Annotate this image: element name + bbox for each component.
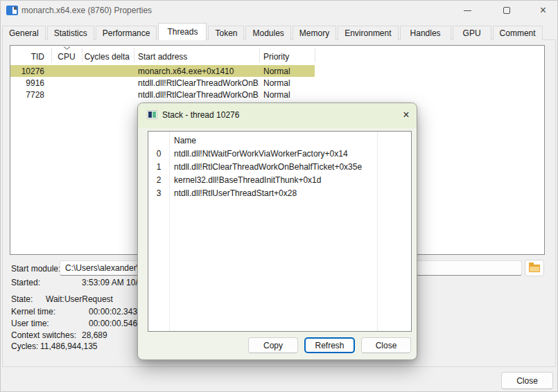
stack-dialog-close-button[interactable]: × [397,106,415,124]
browse-start-module-button[interactable] [525,260,544,276]
column-header-priority[interactable]: Priority [259,50,315,64]
detail-value: 00:00:00.546 [89,319,137,329]
close-window-button[interactable]: × [528,0,558,21]
window-title: monarch.x64.exe (8760) Properties [21,6,152,15]
tab-general[interactable]: General [2,26,46,40]
thread-row-7728[interactable]: 7728 ntdll.dll!RtlClearThreadWorkOnB... … [10,89,544,100]
header-separator [82,48,82,62]
tab-strip: General Statistics Performance Threads T… [2,23,544,40]
title-bar: monarch.x64.exe (8760) Properties × [0,0,558,21]
detail-value: Wait:UserRequest [46,294,113,305]
app-icon [6,6,18,15]
copy-button[interactable]: Copy [248,337,298,353]
stack-frame-row[interactable]: 2 kernel32.dll!BaseThreadInitThunk+0x1d [148,174,411,187]
start-module-label: Start module: [11,264,60,274]
header-separator [51,48,52,62]
threads-list-header: TID CPU Cycles delta Start address Prior… [10,46,544,64]
stack-dialog-icon [147,110,157,119]
header-separator [259,48,260,62]
detail-label: Kernel time: [11,307,55,317]
detail-value: 00:00:02.343 [89,307,137,317]
properties-window: monarch.x64.exe (8760) Properties × Gene… [0,0,558,392]
frame-index: 1 [148,161,169,174]
stack-frame-row[interactable]: 1 ntdll.dll!RtlClearThreadWorkOnBehalfTi… [148,161,411,174]
tab-comment[interactable]: Comment [493,26,543,40]
tab-performance[interactable]: Performance [96,26,157,40]
detail-label: Started: [11,278,40,288]
frame-name: ntdll.dll!RtlClearThreadWorkOnBehalfTick… [174,161,410,174]
tab-modules[interactable]: Modules [245,26,290,40]
stack-dialog: Stack - thread 10276 × Name 0 ntdll.dll!… [137,103,417,360]
column-header-start-address[interactable]: Start address [134,50,259,64]
column-header-name[interactable]: Name [174,134,196,147]
detail-label: User time: [11,319,49,329]
detail-value: 11,486,944,135 [40,341,98,352]
column-header-tid[interactable]: TID [10,50,51,64]
column-header-cycles-delta[interactable]: Cycles delta [82,50,134,64]
detail-value: 3:53:09 AM 10/3 [82,278,142,288]
cell-start-address: monarch.x64.exe+0x1410 [134,66,259,77]
minimize-button[interactable] [451,0,483,21]
frame-name: ntdll.dll!NtWaitForWorkViaWorkerFactory+… [174,148,410,161]
cell-priority: Normal [259,78,315,89]
maximize-icon [503,7,510,14]
frame-index: 2 [148,174,169,187]
detail-label: State: [11,294,33,305]
cell-tid: 10276 [10,66,51,77]
cell-priority: Normal [259,89,315,100]
cell-tid: 9916 [10,78,51,89]
tab-token[interactable]: Token [208,26,244,40]
folder-icon [529,265,540,272]
detail-label: Cycles: [11,341,38,352]
header-separator [134,48,134,62]
frame-name: ntdll.dll!RtlUserThreadStart+0x28 [174,187,410,200]
stack-frame-row[interactable]: 3 ntdll.dll!RtlUserThreadStart+0x28 [148,187,411,200]
stack-frames-list: Name 0 ntdll.dll!NtWaitForWorkViaWorkerF… [148,131,412,332]
tab-handles[interactable]: Handles [400,26,451,40]
tab-memory[interactable]: Memory [293,26,336,40]
column-header-cpu[interactable]: CPU [51,50,82,64]
cell-start-address: ntdll.dll!RtlClearThreadWorkOnB... [134,89,259,100]
close-icon: × [540,5,546,16]
stack-dialog-title: Stack - thread 10276 [162,110,239,120]
properties-close-button[interactable]: Close [501,372,553,389]
tab-environment[interactable]: Environment [338,26,398,40]
frame-index: 0 [148,148,169,161]
cell-priority: Normal [259,66,315,77]
tab-statistics[interactable]: Statistics [47,26,94,40]
header-separator [315,48,315,62]
detail-label: Context switches: [11,330,76,341]
detail-value: 28,689 [82,330,107,341]
frame-name: kernel32.dll!BaseThreadInitThunk+0x1d [174,174,410,187]
thread-row-10276[interactable]: 10276 monarch.x64.exe+0x1410 Normal [10,65,315,77]
refresh-button[interactable]: Refresh [304,337,355,353]
tab-threads[interactable]: Threads [158,23,207,40]
cell-start-address: ntdll.dll!RtlClearThreadWorkOnB... [134,78,259,89]
stack-close-button[interactable]: Close [361,337,411,353]
minimize-icon [464,10,471,11]
close-icon: × [403,109,409,121]
frame-index: 3 [148,187,169,200]
stack-dialog-titlebar: Stack - thread 10276 × [138,103,417,128]
cell-tid: 7728 [10,89,51,100]
stack-frame-row[interactable]: 0 ntdll.dll!NtWaitForWorkViaWorkerFactor… [148,148,411,161]
maximize-button[interactable] [491,0,523,21]
thread-row-9916[interactable]: 9916 ntdll.dll!RtlClearThreadWorkOnB... … [10,77,544,89]
tab-gpu[interactable]: GPU [453,26,491,40]
